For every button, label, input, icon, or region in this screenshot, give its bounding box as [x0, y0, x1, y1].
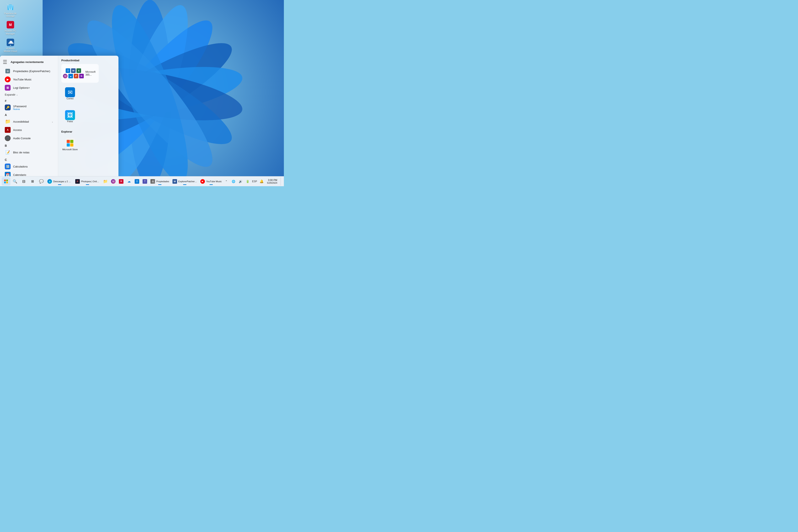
outlook-small-icon: O: [66, 69, 70, 73]
section-b: B: [0, 142, 58, 148]
hamburger-menu[interactable]: [3, 59, 8, 64]
widgets-button[interactable]: ⊞: [28, 177, 37, 186]
desktop-icon-huawei-cloud[interactable]: ☁ HUAWEI Mobile Cloud: [2, 37, 19, 54]
youtube-tb-icon: ▶: [200, 179, 205, 184]
svg-rect-37: [6, 182, 8, 183]
taskbar-app-outlook[interactable]: O: [133, 177, 141, 186]
app-item-audio-console[interactable]: 🎵 Audio Console: [2, 134, 56, 142]
taskbar-app-explorer[interactable]: 📁: [101, 177, 109, 186]
taskbar-app-photopea[interactable]: P Photopea | Online ...: [74, 177, 101, 186]
taskbar-app-teams[interactable]: T: [141, 177, 149, 186]
recently-added-label: Agregadas recientemente: [11, 60, 44, 63]
pinned-correo[interactable]: ✉ Correo: [61, 84, 79, 103]
battery-icon[interactable]: 🔋: [245, 178, 250, 184]
chat-button[interactable]: 💬: [37, 177, 46, 186]
taskbar-app-edge[interactable]: e Descargas y 2 pági...: [46, 177, 74, 186]
taskbar-app-props[interactable]: ⚙ Propiedades: [149, 177, 171, 186]
1password-sub: Nueva: [13, 108, 26, 110]
ms365-group-tile[interactable]: O W X M ☁ P N Microsoft 365...: [61, 64, 99, 83]
access-icon: A: [5, 127, 11, 133]
svg-rect-35: [6, 179, 8, 181]
volume-icon[interactable]: 🔊: [238, 178, 243, 184]
language-indicator[interactable]: ESP: [252, 178, 258, 184]
section-hash: #: [0, 97, 58, 103]
svg-text:☁: ☁: [10, 44, 11, 46]
calendario-icon: 📅: [5, 172, 11, 176]
bloc-notas-label: Bloc de notas: [13, 151, 30, 154]
section-c: C: [0, 156, 58, 162]
edge-label: Descargas y 2 pági...: [53, 180, 72, 183]
task-view-button[interactable]: ⊟: [19, 177, 28, 186]
expatcher-icon: ⚙: [5, 68, 11, 74]
expatcher-label: Propiedades (ExplorerPatcher): [13, 70, 50, 73]
ppt-small-icon: P: [74, 74, 78, 78]
recycle-bin-icon: [6, 3, 15, 12]
start-button[interactable]: [2, 177, 11, 186]
section-a: A: [0, 112, 58, 117]
fotos-icon: 🖼: [65, 110, 75, 120]
onedrive-tb-icon: ☁: [127, 179, 131, 184]
app-item-calculadora[interactable]: 🔢 Calculadora: [2, 162, 56, 171]
app-item-calendario[interactable]: 📅 Calendario: [2, 171, 56, 176]
show-desktop-button[interactable]: [281, 177, 282, 186]
system-tray: ⌃ 🌐 🔊 🔋 ESP 🔔 3:00 PM 5/29/2024: [223, 177, 282, 186]
app-item-access[interactable]: A Access: [2, 126, 56, 134]
word-tb-icon: W: [172, 179, 177, 184]
logi-options-icon: ⊞: [5, 85, 11, 91]
apps-list-panel: Agregadas recientemente ⚙ Propiedades (E…: [0, 56, 58, 176]
pinned-fotos[interactable]: 🖼 Fotos: [61, 107, 79, 126]
excel-small-icon: X: [76, 69, 81, 73]
audio-console-label: Audio Console: [13, 137, 31, 140]
logi-label: Logi Options+: [13, 86, 30, 89]
ms365-group-label: Microsoft 365...: [86, 71, 97, 76]
app-item-logi[interactable]: ⊞ Logi Options+: [2, 83, 56, 92]
ms365-tb-icon: M: [111, 179, 116, 184]
taskbar-app-word[interactable]: W ExplorerPatcher - W...: [171, 177, 199, 186]
huawei-pc-label: Huawei PC Manager: [3, 30, 18, 35]
desktop-icon-huawei-pc[interactable]: M Huawei PC Manager: [2, 20, 19, 36]
categories-panel: Productividad O W X M ☁ P: [58, 56, 118, 176]
youtube-music-tb-label: YouTube Music: [206, 180, 222, 183]
clock-time: 3:00 PM: [267, 179, 277, 182]
huawei-cloud-icon: ☁: [6, 38, 15, 46]
pinned-ms-store[interactable]: Microsoft Store: [61, 135, 79, 154]
taskbar-app-ms365[interactable]: M: [109, 177, 117, 186]
notification-button[interactable]: 🔔: [259, 178, 265, 184]
search-button[interactable]: 🔍: [11, 178, 19, 185]
task-view-icon: ⊟: [22, 179, 25, 184]
access-label: Access: [13, 129, 22, 132]
explorar-grid: Microsoft Store: [61, 135, 115, 154]
correo-label: Correo: [66, 97, 74, 100]
huawei-tb-icon: H: [119, 179, 124, 184]
1password-label: 1Password: [13, 105, 26, 108]
app-item-bloc-notas[interactable]: 📝 Bloc de notas: [2, 148, 56, 156]
notepad-icon: 📝: [5, 149, 11, 155]
desktop-icon-recycle-bin[interactable]: Papelera de reciclaje: [2, 2, 19, 19]
app-item-expatcher[interactable]: ⚙ Propiedades (ExplorerPatcher): [2, 67, 56, 75]
word-label: ExplorerPatcher - W...: [178, 180, 197, 183]
taskbar-app-huawei[interactable]: H: [117, 177, 125, 186]
svg-text:⚙: ⚙: [7, 70, 9, 73]
taskbar: 🔍 ⊟ ⊞ 💬 e Descargas y 2 pági... P Photop…: [0, 176, 284, 186]
search-icon: 🔍: [13, 179, 17, 184]
desktop: Papelera de reciclaje M Huawei PC Manage…: [0, 0, 284, 186]
widgets-icon: ⊞: [31, 179, 34, 183]
accesibilidad-chevron-icon: ⌄: [52, 120, 53, 123]
app-item-1password[interactable]: 🔑 1Password Nueva: [2, 103, 56, 112]
show-hidden-icons-button[interactable]: ⌃: [223, 178, 229, 184]
clock[interactable]: 3:00 PM 5/29/2024: [266, 178, 279, 185]
correo-icon: ✉: [65, 87, 75, 97]
expand-button[interactable]: Expandir ⌄: [2, 92, 56, 97]
taskbar-app-onedrive[interactable]: ☁: [125, 177, 133, 186]
onenote-small-icon: N: [79, 74, 84, 78]
props-label: Propiedades: [156, 180, 169, 183]
calculadora-label: Calculadora: [13, 165, 27, 168]
taskbar-app-youtube-music[interactable]: ▶ YouTube Music: [199, 177, 223, 186]
photopea-icon: P: [75, 179, 80, 184]
youtube-music-label: YouTube Music: [13, 78, 32, 81]
app-item-youtube-music[interactable]: ▶ YouTube Music: [2, 75, 56, 83]
network-icon[interactable]: 🌐: [230, 178, 236, 184]
ms-store-icon: [65, 138, 75, 148]
folder-item-accesibilidad[interactable]: 📁 Accesibilidad ⌄: [2, 117, 56, 126]
svg-rect-34: [4, 179, 6, 181]
